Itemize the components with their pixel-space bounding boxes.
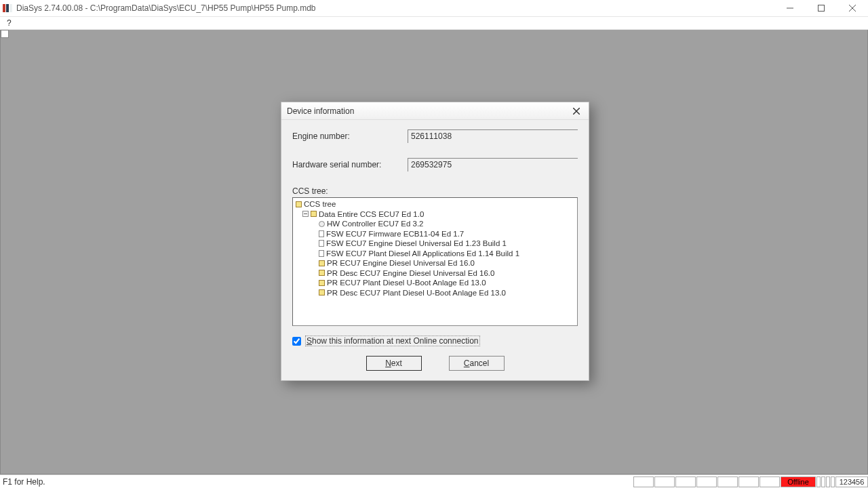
status-cell (760, 476, 780, 487)
document-icon[interactable] (1, 30, 9, 38)
tree-node-label: PR Desc ECU7 Plant Diesel U-Boot Anlage … (327, 288, 506, 298)
tree-node-label: FSW ECU7 Firmware ECB11-04 Ed 1.7 (326, 229, 464, 239)
tree-leaf[interactable]: PR ECU7 Engine Diesel Universal Ed 16.0 (296, 258, 574, 268)
device-information-dialog: Device information Engine number: 526111… (281, 102, 589, 381)
ccs-tree[interactable]: CCS tree Data Entire CCS ECU7 Ed 1.0 HW … (292, 197, 578, 326)
tree-node-label: Data Entire CCS ECU7 Ed 1.0 (319, 209, 424, 220)
tree-leaf[interactable]: HW Controller ECU7 Ed 3.2 (296, 219, 574, 229)
menu-help[interactable]: ? (3, 18, 16, 28)
status-cell (831, 476, 835, 487)
status-counter: 123456 (835, 476, 868, 487)
tree-root[interactable]: CCS tree (296, 199, 574, 209)
status-cell (654, 476, 675, 487)
status-cell (717, 476, 738, 487)
tree-node-label: PR ECU7 Engine Diesel Universal Ed 16.0 (327, 258, 475, 268)
tree-leaf[interactable]: FSW ECU7 Plant Diesel All Applications E… (296, 249, 574, 259)
tree-leaf[interactable]: PR ECU7 Plant Diesel U-Boot Anlage Ed 13… (296, 278, 574, 288)
svg-rect-1 (818, 5, 825, 12)
file-icon (319, 240, 324, 247)
tree-node-label: FSW ECU7 Plant Diesel All Applications E… (326, 249, 519, 259)
dialog-titlebar: Device information (281, 102, 589, 120)
status-cell (738, 476, 759, 487)
folder-icon (296, 201, 302, 207)
file-icon (319, 250, 324, 257)
folder-icon (311, 211, 317, 217)
tree-node-label: HW Controller ECU7 Ed 3.2 (327, 219, 424, 229)
status-cell (696, 476, 717, 487)
window-title: DiaSys 2.74.00.08 - C:\ProgramData\DiaSy… (16, 3, 316, 13)
hardware-serial-label: Hardware serial number: (292, 160, 408, 169)
show-at-next-connection-checkbox[interactable] (292, 337, 301, 346)
status-cell (826, 476, 830, 487)
tree-node-label: CCS tree (304, 199, 336, 209)
tree-leaf[interactable]: PR Desc ECU7 Engine Diesel Universal Ed … (296, 268, 574, 279)
folder-icon (319, 270, 325, 276)
collapse-icon[interactable] (302, 211, 309, 217)
maximize-button[interactable] (806, 0, 837, 16)
engine-number-label: Engine number: (292, 131, 408, 141)
minimize-button[interactable] (774, 0, 806, 16)
tree-node[interactable]: Data Entire CCS ECU7 Ed 1.0 (296, 209, 574, 220)
engine-number-value: 526111038 (408, 129, 578, 143)
dialog-close-button[interactable] (570, 104, 583, 118)
folder-icon (319, 280, 325, 286)
file-icon (319, 230, 324, 237)
tree-node-label: PR ECU7 Plant Diesel U-Boot Anlage Ed 13… (327, 278, 486, 288)
hardware-serial-value: 269532975 (408, 158, 578, 171)
tree-node-label: PR Desc ECU7 Engine Diesel Universal Ed … (327, 268, 494, 279)
status-bar: F1 for Help. Offline 123456 (0, 474, 868, 488)
mdi-workspace: Device information Engine number: 526111… (0, 30, 868, 474)
title-bar: DiaSys 2.74.00.08 - C:\ProgramData\DiaSy… (0, 0, 868, 16)
app-icon (3, 4, 12, 12)
ccs-tree-label: CCS tree: (292, 186, 578, 196)
status-cell (633, 476, 654, 487)
tree-leaf[interactable]: FSW ECU7 Firmware ECB11-04 Ed 1.7 (296, 229, 574, 239)
status-cell (675, 476, 696, 487)
status-cell (821, 476, 825, 487)
tree-leaf[interactable]: FSW ECU7 Engine Diesel Universal Ed 1.23… (296, 239, 574, 249)
tree-leaf[interactable]: PR Desc ECU7 Plant Diesel U-Boot Anlage … (296, 288, 574, 298)
folder-icon (319, 260, 325, 266)
close-button[interactable] (837, 0, 868, 16)
hardware-icon (319, 221, 325, 227)
menu-bar: ? (0, 16, 868, 30)
connection-status: Offline (781, 476, 816, 487)
folder-icon (319, 289, 325, 296)
tree-node-label: FSW ECU7 Engine Diesel Universal Ed 1.23… (326, 239, 507, 249)
show-at-next-connection-label[interactable]: Show this information at next Online con… (305, 336, 480, 346)
status-cell (816, 476, 821, 487)
status-help-text: F1 for Help. (0, 477, 633, 487)
cancel-button[interactable]: Cancel (449, 356, 505, 371)
dialog-title: Device information (287, 106, 570, 116)
next-button[interactable]: Next (366, 356, 422, 371)
